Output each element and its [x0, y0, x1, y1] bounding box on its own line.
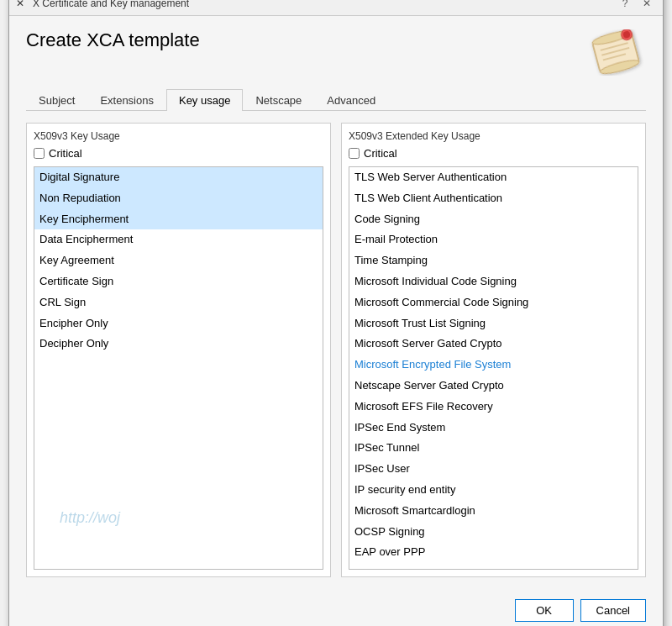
list-item[interactable]: Microsoft Commercial Code Signing [349, 292, 638, 313]
list-item[interactable]: EAP over PPP [349, 542, 638, 563]
list-item[interactable]: Microsoft Individual Code Signing [349, 271, 638, 292]
close-button[interactable]: ✕ [638, 0, 656, 13]
tab-key-usage[interactable]: Key usage [166, 89, 243, 111]
list-item[interactable]: Time Stamping [349, 250, 638, 271]
list-item[interactable]: TLS Web Server Authentication [349, 167, 638, 188]
tab-netscape[interactable]: Netscape [243, 89, 314, 111]
list-item[interactable]: IPSec Tunnel [349, 438, 638, 459]
list-item[interactable]: Certificate Sign [34, 271, 323, 292]
list-item[interactable]: Key Encipherment [34, 209, 323, 230]
list-item[interactable]: OCSP Signing [349, 522, 638, 543]
list-item[interactable]: Microsoft Encrypted File System [349, 355, 638, 376]
tab-extensions[interactable]: Extensions [87, 89, 166, 111]
right-critical-label: Critical [364, 147, 397, 160]
titlebar-title: X Certificate and Key management [33, 0, 189, 9]
list-item[interactable]: TLS Web Client Authentication [349, 188, 638, 209]
tab-advanced[interactable]: Advanced [314, 89, 388, 111]
logo-area [587, 29, 646, 76]
page-content: Create XCA template [9, 16, 663, 591]
right-panel-title: X509v3 Extended Key Usage [349, 130, 638, 142]
list-item[interactable]: Encipher Only [34, 313, 323, 334]
page-header: Create XCA template [26, 29, 646, 76]
footer: OK Cancel [9, 591, 663, 626]
list-item[interactable]: IPSec End System [349, 418, 638, 439]
left-listbox[interactable]: Digital Signature Non Repudiation Key En… [34, 166, 323, 570]
app-icon: ✕ [16, 0, 28, 9]
list-item[interactable]: Microsoft Server Gated Crypto [349, 334, 638, 355]
panels-row: X509v3 Key Usage Critical Digital Signat… [26, 123, 646, 577]
titlebar: ✕ X Certificate and Key management ? ✕ [9, 0, 663, 16]
left-panel: X509v3 Key Usage Critical Digital Signat… [26, 123, 331, 577]
right-critical-row: Critical [349, 147, 638, 160]
list-item[interactable]: Non Repudiation [34, 188, 323, 209]
list-item[interactable]: E-mail Protection [349, 229, 638, 250]
list-item[interactable]: EAP over Lan [349, 563, 638, 570]
list-item[interactable]: IPSec User [349, 459, 638, 480]
titlebar-controls: ? ✕ [616, 0, 656, 13]
certificate-icon [587, 29, 646, 76]
list-item[interactable]: Key Agreement [34, 250, 323, 271]
page-title: Create XCA template [26, 29, 200, 51]
left-panel-title: X509v3 Key Usage [34, 130, 323, 142]
cancel-button[interactable]: Cancel [580, 599, 646, 622]
left-critical-row: Critical [34, 147, 323, 160]
list-item[interactable]: Data Encipherment [34, 229, 323, 250]
tab-subject[interactable]: Subject [26, 89, 87, 111]
list-item[interactable]: CRL Sign [34, 292, 323, 313]
right-critical-checkbox[interactable] [349, 148, 360, 159]
list-item[interactable]: Microsoft EFS File Recovery [349, 397, 638, 418]
left-critical-checkbox[interactable] [34, 148, 45, 159]
tabs-container: Subject Extensions Key usage Netscape Ad… [26, 89, 646, 111]
list-item[interactable]: Microsoft Smartcardlogin [349, 501, 638, 522]
list-item[interactable]: Code Signing [349, 209, 638, 230]
titlebar-left: ✕ X Certificate and Key management [16, 0, 189, 9]
list-item[interactable]: Microsoft Trust List Signing [349, 313, 638, 334]
help-button[interactable]: ? [616, 0, 634, 13]
list-item[interactable]: Decipher Only [34, 334, 323, 355]
ok-button[interactable]: OK [515, 599, 574, 622]
list-item[interactable]: Netscape Server Gated Crypto [349, 376, 638, 397]
list-item[interactable]: IP security end entity [349, 480, 638, 501]
watermark-text: http://woj [60, 509, 120, 527]
right-panel: X509v3 Extended Key Usage Critical TLS W… [341, 123, 646, 577]
right-listbox[interactable]: TLS Web Server Authentication TLS Web Cl… [349, 166, 638, 570]
left-critical-label: Critical [49, 147, 82, 160]
main-window: ✕ X Certificate and Key management ? ✕ C… [8, 0, 664, 626]
list-item[interactable]: Digital Signature [34, 167, 323, 188]
